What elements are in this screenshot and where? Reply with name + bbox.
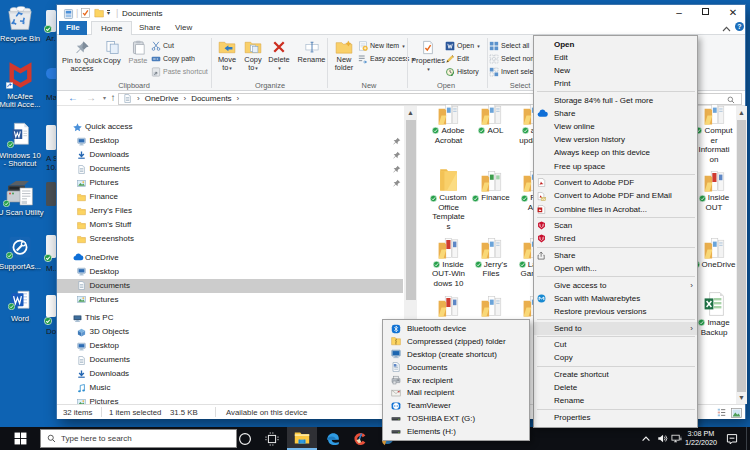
taskbar-partial-app-icon[interactable] (381, 440, 394, 447)
close-button[interactable]: ✕ (722, 5, 744, 21)
nav-item-desktop[interactable]: Desktop (57, 265, 403, 279)
paste-shortcut-button[interactable]: Paste shortcut (151, 66, 208, 78)
taskbar-search[interactable]: Type here to search (40, 429, 237, 448)
desktop-icon-recycle-bin[interactable]: Recycle Bin (0, 6, 42, 43)
desktop-icon-partial[interactable] (46, 182, 56, 206)
files-scrollbar[interactable]: ▲ ▼ (736, 106, 747, 404)
nav-item-downloads[interactable]: Downloads (57, 367, 403, 381)
send-to-item-mail-recipient[interactable]: Mail recipient (383, 386, 529, 399)
context-menu-item-convert-to-adobe-pdf-and-email[interactable]: Convert to Adobe PDF and EMail (534, 189, 697, 202)
send-to-item-documents[interactable]: Documents (383, 361, 529, 374)
context-menu-item-storage-84-full-get-more[interactable]: Storage 84% full - Get more (534, 94, 697, 107)
file-item-custom-office-template-s[interactable]: CustomOfficeTemplates (427, 193, 471, 231)
context-menu-item-view-version-history[interactable]: View version history (534, 133, 697, 146)
desktop-icon-partial[interactable]: Do... (46, 295, 56, 317)
file-item-inside-out-win-dows-10[interactable]: InsideOUT-Windows 10 (427, 260, 471, 289)
tab-share[interactable]: Share (130, 21, 169, 36)
nav-item-quick-access[interactable]: Quick access (57, 120, 403, 134)
desktop-icon-word[interactable]: Word (0, 290, 42, 323)
nav-item-pictures[interactable]: Pictures (57, 176, 403, 190)
send-to-item-teamviewer[interactable]: TeamViewer (383, 399, 529, 412)
desktop-icon-partial[interactable]: M... (46, 235, 56, 258)
context-menu-item-rename[interactable]: Rename (534, 394, 697, 407)
nav-item-downloads[interactable]: Downloads (57, 148, 403, 162)
context-menu-item-give-access-to[interactable]: Give access to› (534, 279, 697, 292)
back-button[interactable]: ← (66, 91, 80, 106)
desktop-icon-supportas-[interactable]: SupportAs... (0, 236, 42, 271)
select-none-button[interactable]: Select none (489, 53, 538, 65)
qat-new-folder-icon[interactable] (94, 8, 104, 18)
context-menu-item-convert-to-adobe-pdf[interactable]: Convert to Adobe PDF (534, 176, 697, 189)
send-to-item-bluetooth-device[interactable]: Bluetooth device (383, 322, 529, 335)
context-menu-item-open-with-[interactable]: Open with... (534, 262, 697, 275)
nav-item-desktop[interactable]: Desktop (57, 339, 403, 353)
file-item-comput-er-informati-on[interactable]: ComputerInformation (692, 126, 736, 164)
nav-item-music[interactable]: Music (57, 381, 403, 395)
forward-button[interactable]: → (84, 91, 98, 106)
context-menu-item-restore-previous-versions[interactable]: Restore previous versions (534, 305, 697, 318)
nav-item-documents[interactable]: Documents (57, 353, 403, 367)
select-all-button[interactable]: Select all (489, 40, 529, 52)
context-menu-item-share[interactable]: Share (534, 107, 697, 120)
tray-network[interactable] (668, 427, 684, 450)
context-menu-item-scan-with-malwarebytes[interactable]: Scan with Malwarebytes (534, 292, 697, 305)
nav-item-pictures[interactable]: Pictures (57, 293, 403, 307)
file-item-jerry-s-files[interactable]: Jerry'sFiles (469, 260, 513, 279)
help-icon[interactable]: ? (735, 22, 744, 31)
copy-path-button[interactable]: Copy path (151, 53, 195, 65)
send-to-item-fax-recipient[interactable]: Fax recipient (383, 374, 529, 387)
minimize-button[interactable]: – (668, 5, 690, 21)
context-menu-item-create-shortcut[interactable]: Create shortcut (534, 368, 697, 381)
taskbar-clock[interactable]: 3:08 PM1/22/2020 (684, 427, 718, 450)
context-menu-item-send-to[interactable]: Send to› (534, 322, 697, 335)
file-item-image-backup[interactable]: ImageBackup (692, 318, 736, 337)
file-item-finance[interactable]: Finance (469, 193, 513, 203)
edit-button[interactable]: Edit (445, 53, 469, 65)
nav-item-onedrive[interactable]: OneDrive (57, 251, 403, 265)
desktop-icon-windows-10[interactable]: Windows 10 - Shortcut (0, 120, 42, 169)
nav-scroll-up-icon[interactable]: ▲ (404, 109, 417, 116)
qat-customize-icon[interactable]: ▾ (107, 10, 110, 16)
new-item-button[interactable]: New item▾ (358, 40, 405, 52)
nav-item-finance[interactable]: Finance (57, 190, 403, 204)
maximize-button[interactable] (694, 5, 716, 21)
taskbar-edge[interactable] (321, 427, 344, 450)
send-to-item-elements-h-[interactable]: Elements (H:) (383, 425, 529, 438)
start-button[interactable] (5, 427, 35, 450)
file-item-inside-out[interactable]: InsideOUT (692, 193, 736, 212)
file-item-adobe-acrobat[interactable]: AdobeAcrobat (427, 126, 471, 145)
title-bar[interactable]: | ▾ | Documents – ✕ (57, 5, 745, 21)
copy-to-button[interactable]: Copyto▾ (239, 37, 267, 72)
context-menu-item-properties[interactable]: Properties (534, 411, 697, 424)
context-menu-item-shred[interactable]: Shred (534, 232, 697, 245)
cortana-button[interactable] (233, 427, 256, 450)
history-button[interactable]: History (445, 66, 479, 78)
nav-item-desktop[interactable]: Desktop (57, 134, 403, 148)
context-menu-item-cut[interactable]: Cut (534, 338, 697, 351)
tab-file[interactable]: File (59, 21, 87, 36)
nav-item-documents[interactable]: Documents (57, 279, 403, 293)
tab-view[interactable]: View (166, 21, 201, 36)
nav-item-screenshots[interactable]: Screenshots (57, 232, 403, 246)
context-menu-item-edit[interactable]: Edit (534, 51, 697, 64)
taskbar-file-explorer[interactable] (287, 427, 317, 450)
files-scrollbar-thumb[interactable] (737, 120, 746, 392)
file-item-aol[interactable]: AOL (469, 126, 513, 136)
thumbnail-view-button[interactable] (731, 408, 742, 418)
breadcrumb-onedrive[interactable]: OneDrive (145, 94, 179, 103)
nav-scrollbar-thumb[interactable] (406, 120, 416, 300)
context-menu-item-always-keep-on-this-device[interactable]: Always keep on this device (534, 146, 697, 159)
properties-button[interactable]: Properties▾ (409, 37, 447, 73)
context-menu-item-copy[interactable]: Copy (534, 351, 697, 364)
desktop-icon-mcafee[interactable]: McAfee Multi Acce... (0, 61, 42, 109)
breadcrumb-documents[interactable]: Documents (191, 94, 231, 103)
context-menu-item-combine-files-in-acrobat-[interactable]: Combine files in Acrobat... (534, 203, 697, 216)
rename-button[interactable]: Rename (296, 37, 327, 64)
nav-item-3d-objects[interactable]: 3D Objects (57, 325, 403, 339)
open-button[interactable]: Open▾ (445, 40, 480, 52)
send-to-item-toshiba-ext-g-[interactable]: TOSHIBA EXT (G:) (383, 412, 529, 425)
context-menu-item-free-up-space[interactable]: Free up space (534, 160, 697, 173)
new-folder-button[interactable]: Newfolder (329, 37, 359, 72)
files-scroll-up-icon[interactable]: ▲ (736, 109, 747, 116)
details-view-button[interactable] (717, 408, 726, 417)
